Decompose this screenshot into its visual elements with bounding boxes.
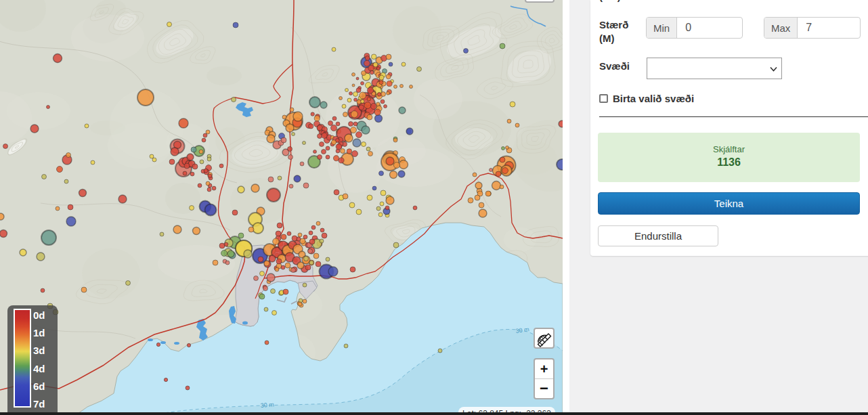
svg-text:30 m: 30 m xyxy=(260,401,274,409)
